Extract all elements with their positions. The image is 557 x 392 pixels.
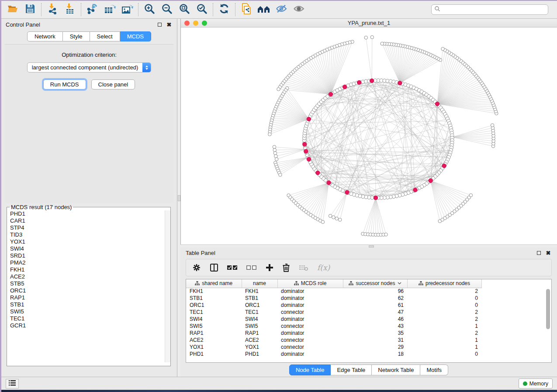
table-cell[interactable]: TEC1 — [186, 309, 242, 316]
splitter-grip[interactable] — [369, 245, 374, 248]
network-mcds-node[interactable] — [303, 142, 307, 146]
table-cell[interactable]: connector — [277, 344, 343, 351]
network-leaf-node[interactable] — [384, 233, 388, 236]
table-cell[interactable]: 0 — [407, 351, 481, 358]
mcds-result-item[interactable]: GCR1 — [10, 322, 170, 329]
network-leaf-node[interactable] — [332, 216, 336, 219]
function-builder-icon[interactable]: f(x) — [317, 263, 330, 272]
network-mcds-node[interactable] — [327, 181, 331, 185]
clone-network-button[interactable] — [238, 2, 255, 17]
tab-mcds[interactable]: MCDS — [120, 31, 151, 41]
apply-layout-button[interactable] — [215, 2, 233, 17]
table-cell[interactable]: 2 — [407, 330, 481, 337]
add-column-icon[interactable] — [266, 264, 273, 272]
table-cell[interactable]: 35 — [343, 330, 407, 337]
table-cell[interactable]: STB1 — [242, 295, 277, 302]
mcds-result-item[interactable]: CAR1 — [10, 217, 170, 224]
network-mcds-node[interactable] — [307, 117, 311, 121]
tab-motifs[interactable]: Motifs — [420, 364, 448, 375]
table-cell[interactable]: 2 — [407, 288, 481, 295]
close-panel-button[interactable]: Close panel — [91, 79, 135, 89]
select-all-icon[interactable] — [227, 265, 238, 271]
task-history-button[interactable] — [6, 379, 19, 389]
table-cell[interactable]: SWI4 — [186, 316, 242, 323]
tab-style[interactable]: Style — [63, 31, 90, 41]
table-vertical-scrollbar[interactable] — [546, 289, 550, 329]
network-leaf-node[interactable] — [273, 151, 277, 155]
table-cell[interactable]: 2 — [407, 316, 481, 323]
table-cell[interactable]: FKH1 — [186, 288, 242, 295]
network-mcds-node[interactable] — [429, 179, 432, 182]
tab-network-table[interactable]: Network Table — [372, 364, 420, 375]
mcds-result-item[interactable]: PMA2 — [10, 259, 170, 266]
table-cell[interactable]: FKH1 — [242, 288, 277, 295]
search-input[interactable] — [440, 7, 545, 13]
table-cell[interactable]: SWI5 — [242, 323, 277, 330]
zoom-selected-button[interactable] — [193, 2, 211, 17]
network-leaf-node[interactable] — [268, 133, 272, 136]
table-cell[interactable]: PHD1 — [242, 351, 277, 358]
mcds-list-scrollbar[interactable] — [165, 210, 170, 362]
float-table-panel-icon[interactable] — [535, 249, 542, 256]
table-cell[interactable]: 47 — [343, 309, 407, 316]
hide-selected-button[interactable] — [273, 2, 290, 17]
table-row[interactable]: FKH1FKH1dominator962 — [186, 288, 481, 295]
table-cell[interactable]: STB1 — [186, 295, 242, 302]
column-header-successor-nodes[interactable]: successor nodes — [343, 279, 407, 288]
network-leaf-node[interactable] — [279, 173, 282, 177]
mcds-result-item[interactable]: FKH1 — [10, 266, 170, 273]
mcds-result-item[interactable]: STP4 — [10, 224, 170, 231]
network-mcds-node[interactable] — [343, 85, 346, 89]
network-leaf-node[interactable] — [273, 145, 276, 149]
import-network-button[interactable] — [44, 2, 61, 17]
first-neighbors-button[interactable] — [255, 2, 273, 17]
table-cell[interactable]: TEC1 — [242, 309, 277, 316]
mcds-result-item[interactable]: STB1 — [10, 301, 170, 308]
column-header-name[interactable]: name — [242, 279, 277, 288]
table-row[interactable]: PHD1PHD1dominator180 — [186, 351, 481, 358]
table-cell[interactable]: RAP1 — [186, 330, 242, 337]
table-cell[interactable]: SWI4 — [242, 316, 277, 323]
table-cell[interactable]: SWI5 — [186, 323, 242, 330]
network-leaf-node[interactable] — [335, 217, 339, 220]
network-leaf-node[interactable] — [277, 88, 280, 91]
deselect-all-icon[interactable] — [246, 265, 257, 271]
network-leaf-node[interactable] — [274, 155, 278, 158]
table-cell[interactable]: 2 — [407, 309, 481, 316]
export-network-button[interactable] — [83, 2, 101, 17]
table-cell[interactable]: dominator — [277, 316, 343, 323]
table-cell[interactable]: RAP1 — [242, 330, 277, 337]
network-mcds-node[interactable] — [307, 157, 311, 161]
table-cell[interactable]: 29 — [343, 344, 407, 351]
zoom-out-button[interactable] — [158, 2, 176, 17]
mcds-result-item[interactable]: TEC1 — [10, 315, 170, 322]
network-leaf-node[interactable] — [321, 220, 325, 224]
network-leaf-node[interactable] — [491, 124, 494, 127]
table-row[interactable]: ACE2ACE2connector311 — [186, 337, 481, 344]
splitter-grip[interactable] — [178, 195, 180, 201]
delete-table-icon[interactable] — [299, 264, 308, 271]
table-row[interactable]: STB1STB1dominator620 — [186, 295, 481, 302]
mcds-result-item[interactable]: SWI4 — [10, 245, 170, 252]
table-cell[interactable]: ACE2 — [186, 337, 242, 344]
table-cell[interactable]: dominator — [277, 288, 343, 295]
tab-edge-table[interactable]: Edge Table — [331, 364, 372, 375]
table-cell[interactable]: ACE2 — [242, 337, 277, 344]
network-mcds-node[interactable] — [345, 190, 349, 194]
network-leaf-node[interactable] — [338, 218, 342, 222]
table-row[interactable]: SWI5SWI5connector431 — [186, 323, 481, 330]
table-row[interactable]: YOX1YOX1connector291 — [186, 344, 481, 351]
network-leaf-node[interactable] — [469, 193, 473, 197]
network-leaf-node[interactable] — [364, 36, 368, 39]
table-cell[interactable]: 62 — [343, 295, 407, 302]
network-leaf-node[interactable] — [275, 158, 278, 161]
vertical-splitter[interactable] — [177, 19, 180, 377]
close-table-panel-icon[interactable]: ✖ — [545, 249, 552, 256]
mcds-result-item[interactable]: ORC1 — [10, 287, 170, 294]
table-cell[interactable]: dominator — [277, 295, 343, 302]
network-mcds-node[interactable] — [435, 102, 439, 106]
network-mcds-node[interactable] — [304, 149, 308, 153]
node-table[interactable]: shared namenameMCDS rolesuccessor nodesp… — [186, 279, 482, 358]
network-mcds-node[interactable] — [398, 81, 402, 85]
column-settings-icon[interactable] — [192, 263, 201, 272]
